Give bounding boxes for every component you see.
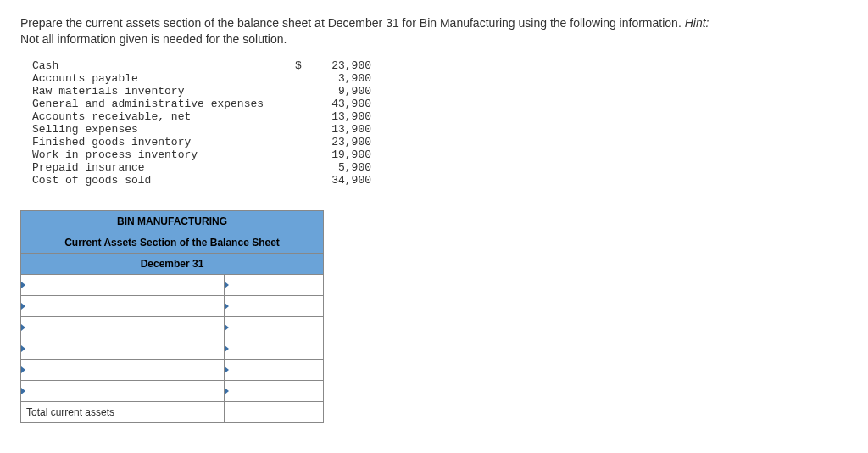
given-label: Cost of goods sold: [32, 174, 295, 187]
given-label: Cash: [32, 59, 295, 72]
prompt-text: Prepare the current assets section of th…: [20, 16, 685, 30]
given-label: Work in process inventory: [32, 148, 295, 161]
dropdown-icon: [21, 388, 25, 394]
given-value: 9,900: [305, 85, 371, 98]
given-dollar: [295, 85, 305, 98]
line-item-label-input[interactable]: [21, 316, 225, 338]
given-row: Finished goods inventory23,900: [32, 136, 848, 148]
given-value: 23,900: [305, 136, 371, 148]
line-item-value-input[interactable]: [225, 295, 324, 316]
line-item-value-input[interactable]: [225, 316, 324, 338]
given-label: Accounts receivable, net: [32, 110, 295, 123]
given-value: 13,900: [305, 123, 371, 136]
given-value: 13,900: [305, 110, 371, 123]
given-row: Work in process inventory19,900: [32, 148, 848, 161]
dropdown-icon: [21, 366, 25, 373]
line-item-value-input[interactable]: [225, 359, 324, 380]
given-dollar: [295, 98, 305, 110]
line-item-value-input[interactable]: [225, 274, 324, 295]
given-row: General and administrative expenses43,90…: [32, 98, 848, 110]
given-value: 34,900: [305, 174, 371, 187]
sheet-company: BIN MANUFACTURING: [21, 210, 324, 232]
given-value: 5,900: [305, 161, 371, 174]
total-label: Total current assets: [21, 401, 225, 422]
dropdown-icon: [225, 282, 229, 288]
given-dollar: [295, 72, 305, 85]
given-label: Accounts payable: [32, 72, 295, 85]
dropdown-icon: [21, 303, 25, 310]
dropdown-icon: [225, 388, 229, 394]
given-dollar: [295, 136, 305, 148]
sheet-title: Current Assets Section of the Balance Sh…: [21, 232, 324, 253]
balance-sheet-table: BIN MANUFACTURING Current Assets Section…: [20, 210, 324, 423]
sheet-date: December 31: [21, 253, 324, 274]
dropdown-icon: [225, 324, 229, 331]
dropdown-icon: [21, 282, 25, 288]
given-dollar: [295, 148, 305, 161]
line-item-label-input[interactable]: [21, 359, 225, 380]
prompt-line2: Not all information given is needed for …: [20, 32, 287, 46]
given-data-list: Cash$23,900Accounts payable3,900Raw mate…: [32, 59, 848, 187]
given-row: Accounts receivable, net13,900: [32, 110, 848, 123]
line-item-label-input[interactable]: [21, 380, 225, 401]
given-row: Cash$23,900: [32, 59, 848, 72]
hint-label: Hint:: [685, 16, 709, 30]
given-label: Finished goods inventory: [32, 136, 295, 148]
line-item-label-input[interactable]: [21, 338, 225, 359]
given-value: 23,900: [305, 59, 371, 72]
given-row: Selling expenses13,900: [32, 123, 848, 136]
given-dollar: [295, 123, 305, 136]
line-item-label-input[interactable]: [21, 295, 225, 316]
total-value[interactable]: [225, 401, 324, 422]
given-dollar: [295, 110, 305, 123]
given-value: 43,900: [305, 98, 371, 110]
given-row: Cost of goods sold34,900: [32, 174, 848, 187]
given-dollar: $: [295, 59, 305, 72]
line-item-value-input[interactable]: [225, 338, 324, 359]
dropdown-icon: [21, 345, 25, 352]
question-prompt: Prepare the current assets section of th…: [20, 15, 848, 48]
given-row: Prepaid insurance5,900: [32, 161, 848, 174]
given-label: Selling expenses: [32, 123, 295, 136]
dropdown-icon: [21, 324, 25, 331]
given-dollar: [295, 174, 305, 187]
line-item-value-input[interactable]: [225, 380, 324, 401]
given-label: Raw materials inventory: [32, 85, 295, 98]
line-item-label-input[interactable]: [21, 274, 225, 295]
given-row: Raw materials inventory9,900: [32, 85, 848, 98]
given-dollar: [295, 161, 305, 174]
dropdown-icon: [225, 366, 229, 373]
given-label: Prepaid insurance: [32, 161, 295, 174]
given-value: 3,900: [305, 72, 371, 85]
given-row: Accounts payable3,900: [32, 72, 848, 85]
given-value: 19,900: [305, 148, 371, 161]
given-label: General and administrative expenses: [32, 98, 295, 110]
dropdown-icon: [225, 345, 229, 352]
dropdown-icon: [225, 303, 229, 310]
